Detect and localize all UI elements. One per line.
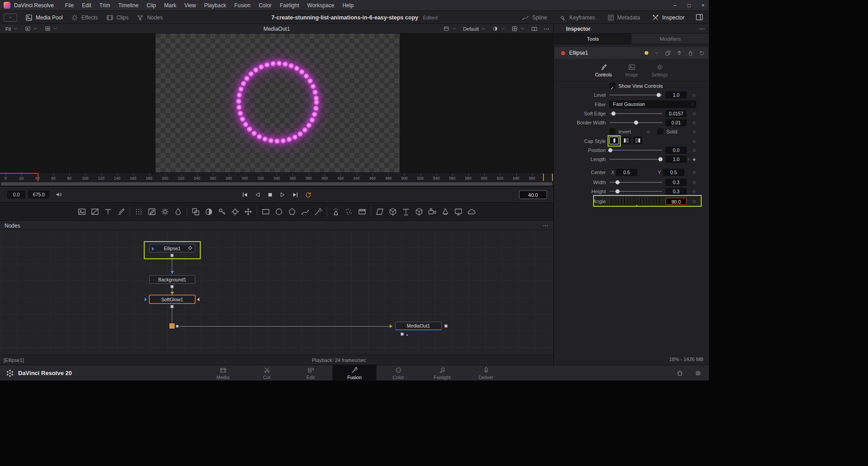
level-value[interactable]: 1.0 [665,91,687,99]
pemitter-tool-icon[interactable] [331,207,340,216]
center-x-value[interactable]: 0.5 [616,169,637,176]
page-tab-fusion[interactable]: Fusion [333,365,377,380]
text-plus-tool-icon[interactable] [104,207,113,216]
length-slider[interactable] [609,155,662,164]
text-3d-tool-icon[interactable] [401,207,410,216]
ellipse1-output-socket[interactable] [170,254,174,257]
menu-mark[interactable]: Mark [160,0,180,10]
subtab-image[interactable]: Image [622,63,642,77]
mediain-tool-icon[interactable] [77,207,86,216]
viewer-options-icon[interactable] [543,26,550,32]
nodes-button[interactable]: Nodes [137,14,163,21]
background-tool-icon[interactable] [90,207,99,216]
delta-keyer-tool-icon[interactable] [217,207,226,216]
mediaout1-output-socket[interactable] [444,324,448,328]
planar-tracker-tool-icon[interactable] [231,207,240,216]
rectangle-mask-tool-icon[interactable] [261,207,270,216]
zoom-fit-dropdown[interactable]: Fit [5,26,19,32]
soft-edge-keyframe-icon[interactable]: ◇ [693,109,696,118]
menu-clip[interactable]: Clip [142,0,160,10]
center-keyframe-icon[interactable]: ◇ [693,168,696,177]
angle-value[interactable]: 90.0 [665,198,687,205]
current-frame-field[interactable]: 40.0 [519,190,547,199]
position-keyframe-icon[interactable]: ◇ [693,146,696,155]
checker-underlay-dropdown[interactable] [512,26,525,32]
softglow1-output-socket[interactable] [170,305,174,308]
go-to-start-button[interactable] [241,191,248,198]
level-keyframe-icon[interactable]: ◇ [693,90,696,100]
dissolve-tool-icon[interactable] [204,207,213,216]
background1-output-socket[interactable] [170,285,174,288]
range-start-field[interactable]: 0.0 [7,190,25,199]
node-ellipse1[interactable]: Ellipse1 [149,244,195,252]
fog-3d-tool-icon[interactable] [467,207,476,216]
height-keyframe-icon[interactable]: ◇ [693,187,696,196]
playhead[interactable] [38,173,38,182]
length-prev-keyframe-icon[interactable]: ‹ [688,155,689,164]
color-corrector-tool-icon[interactable] [160,207,170,216]
spline-button[interactable]: Spline [522,14,547,21]
invert-checkbox[interactable] [609,128,615,134]
page-tab-cut[interactable]: Cut [245,365,289,380]
page-tab-deliver[interactable]: Deliver [464,365,508,380]
settings-gear-icon[interactable] [694,370,702,377]
adjust-dropdown[interactable] [25,26,38,32]
menu-color[interactable]: Color [255,0,276,10]
panel-layout-icon[interactable] [695,13,703,21]
node-graph[interactable]: Ellipse1 Background1 SoftGlow1 [0,230,553,355]
menu-fusion[interactable]: Fusion [230,0,255,10]
inspector-button[interactable]: Inspector [652,14,684,21]
effects-button[interactable]: Effects [71,14,98,21]
viewer2-indicator-icon[interactable] [197,298,199,301]
tile-color-swatch[interactable] [645,51,648,55]
range-end-field[interactable]: 675.0 [28,190,50,199]
filter-dropdown[interactable]: Fast Gaussian [609,100,696,108]
polygon-mask-tool-icon[interactable] [288,207,297,216]
stop-button[interactable] [267,191,274,198]
image-plane-3d-tool-icon[interactable] [375,207,384,216]
channel-select-dropdown[interactable] [492,26,506,32]
subtab-settings[interactable]: Settings [650,63,670,77]
paint-tool-icon[interactable] [117,207,126,216]
menu-timeline[interactable]: Timeline [114,0,142,10]
ellipse-mask-tool-icon[interactable] [274,207,283,216]
mask-paint-tool-icon[interactable] [147,207,156,216]
page-tab-fairlight[interactable]: Fairlight [420,365,464,380]
timeline-ruler[interactable]: 0 20 40 60 80 [0,172,553,181]
page-tab-edit[interactable]: Edit [289,365,333,380]
app-logo-icon[interactable] [4,2,10,9]
maximize-button[interactable]: □ [686,2,692,9]
mask-port-icon[interactable] [189,246,192,249]
nodes-options-icon[interactable] [542,223,549,229]
page-tab-color[interactable]: Color [377,365,420,380]
tab-modifiers[interactable]: Modifiers [632,33,709,44]
fastnoise-tool-icon[interactable] [134,207,143,216]
versions-icon[interactable] [665,50,671,56]
home-icon[interactable] [676,370,684,377]
clips-button[interactable]: Clips [106,14,129,21]
cap-style-flat-button[interactable] [609,137,619,144]
subtab-controls[interactable]: Controls [594,63,613,77]
speaker-icon[interactable] [55,191,62,198]
height-slider[interactable] [609,187,662,196]
loop-button[interactable] [305,191,312,199]
show-view-controls-checkbox[interactable] [609,83,615,89]
width-slider[interactable] [609,178,662,187]
width-value[interactable]: 0.3 [665,179,687,186]
angle-keyframe-icon[interactable]: ◇ [693,197,696,206]
play-reverse-button[interactable] [254,191,261,198]
mediaout1-aux-socket[interactable] [401,333,404,336]
merge-tool-icon[interactable] [191,207,200,216]
go-to-end-button[interactable] [292,191,299,198]
metadata-button[interactable]: Metadata [607,14,640,21]
timeline-scrollbar[interactable] [1,182,552,185]
lut-dropdown[interactable]: Default [463,26,486,32]
border-width-value[interactable]: 0.01 [665,119,687,126]
length-keyframe-icon[interactable]: ◆ [693,155,696,164]
magic-wand-mask-tool-icon[interactable] [314,207,323,216]
bspline-mask-tool-icon[interactable] [301,207,310,216]
menu-playback[interactable]: Playback [200,0,230,10]
menu-file[interactable]: File [61,0,78,10]
view-indicator-icon[interactable] [152,247,154,251]
angle-thumbwheel[interactable] [609,198,662,204]
